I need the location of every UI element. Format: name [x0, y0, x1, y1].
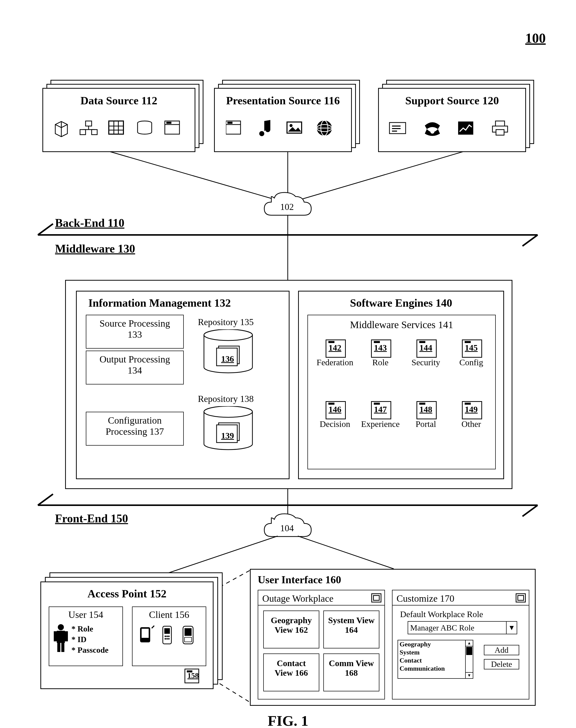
svg-point-44	[430, 130, 434, 134]
service-143-label: Role	[358, 358, 403, 367]
service-147-label: Experience	[358, 419, 403, 429]
list-item-geo[interactable]: Geography	[398, 640, 465, 648]
section-middleware-label: Middleware 130	[55, 242, 135, 255]
user-attr-role: * Role	[71, 624, 93, 633]
contact-view-l1: Contact	[264, 658, 319, 668]
system-view-l1: System View	[324, 616, 379, 625]
svg-rect-75	[184, 628, 192, 636]
middleware-services-title: Middleware Services 141	[308, 319, 495, 331]
svg-rect-15	[86, 121, 92, 126]
svg-rect-64	[142, 629, 149, 638]
list-item-comm[interactable]: Communication	[398, 665, 465, 673]
service-146-label: Decision	[312, 419, 358, 429]
user-attr-pass: * Passcode	[71, 645, 109, 655]
svg-point-71	[165, 638, 166, 640]
service-145-label: Config	[449, 358, 494, 367]
svg-line-0	[101, 149, 272, 199]
scroll-thumb[interactable]	[466, 647, 472, 655]
svg-rect-61	[57, 643, 60, 652]
contact-view[interactable]: Contact View 166	[263, 653, 319, 691]
config-processing-box: Configuration Processing 137	[86, 412, 184, 446]
access-point-title: Access Point 152	[41, 587, 213, 600]
svg-rect-21	[109, 122, 123, 134]
svg-line-14	[220, 683, 250, 702]
repo-135-inner: 136	[221, 354, 234, 364]
svg-point-50	[204, 329, 252, 341]
service-148-label: Portal	[403, 419, 449, 429]
svg-rect-29	[166, 122, 171, 124]
figure-caption: FIG. 1	[0, 712, 576, 728]
outage-workplace-title: Outage Workplace	[262, 593, 334, 604]
geography-view-l1: Geography	[264, 616, 319, 625]
svg-line-5	[38, 224, 53, 235]
role-dropdown[interactable]: Manager ABC Role ▼	[408, 621, 517, 634]
source-processing-l1: Source Processing	[86, 318, 183, 329]
maximize-icon[interactable]	[371, 593, 381, 602]
system-view[interactable]: System View 164	[323, 611, 379, 648]
support-source-icons	[388, 119, 524, 142]
component-listbox[interactable]: Geography System Contact Communication	[398, 640, 466, 679]
output-processing-l1: Output Processing	[86, 354, 183, 365]
comm-view[interactable]: Comm View 168	[323, 653, 379, 691]
presentation-source-icons	[226, 119, 352, 142]
svg-point-54	[204, 406, 252, 417]
scroll-down-icon[interactable]: ▼	[466, 672, 473, 678]
user-attr-id: * ID	[71, 635, 87, 644]
svg-line-12	[298, 536, 394, 569]
config-processing-l1: Configuration	[86, 415, 183, 426]
svg-rect-59	[54, 631, 57, 641]
svg-point-73	[168, 638, 170, 640]
section-backend-label: Back-End 110	[55, 216, 124, 230]
repo-138-label: Repository 138	[198, 394, 254, 404]
comm-view-l1: Comm View	[324, 658, 379, 668]
list-item-system[interactable]: System	[398, 648, 465, 656]
service-149-label: Other	[449, 419, 494, 429]
info-mgmt-panel: Information Management 132 Source Proces…	[76, 291, 289, 479]
delete-button[interactable]: Delete	[484, 659, 519, 669]
user-title: User 154	[49, 609, 122, 620]
support-source-title: Support Source 120	[379, 94, 525, 107]
role-dropdown-value: Manager ABC Role	[408, 623, 506, 633]
geography-view[interactable]: Geography View 162	[263, 611, 319, 648]
scroll-up-icon[interactable]: ▲	[466, 640, 473, 646]
svg-line-9	[38, 494, 53, 505]
customize-title: Customize 170	[397, 593, 454, 604]
client-title: Client 156	[133, 609, 206, 620]
user-box: User 154 * Role * ID * Passcode	[49, 606, 123, 666]
svg-rect-32	[227, 122, 232, 124]
chevron-down-icon: ▼	[506, 622, 517, 634]
contact-view-l2: View 166	[264, 668, 319, 678]
svg-point-68	[165, 636, 166, 637]
add-button[interactable]: Add	[484, 645, 519, 655]
service-147-num: 147	[371, 401, 390, 418]
svg-point-35	[289, 124, 292, 127]
svg-line-13	[220, 570, 250, 587]
listbox-scrollbar[interactable]: ▲ ▼	[465, 640, 473, 679]
access-point-card: Access Point 152 User 154 * Role * ID * …	[40, 582, 213, 689]
person-icon	[53, 624, 68, 654]
default-role-label: Default Workplace Role	[400, 610, 483, 619]
svg-point-72	[166, 638, 168, 640]
svg-rect-62	[61, 643, 64, 652]
comm-view-l2: 168	[324, 668, 379, 678]
service-146-num: 146	[326, 401, 344, 418]
source-processing-box: Source Processing 133	[86, 315, 184, 349]
svg-line-10	[522, 505, 538, 516]
svg-point-69	[166, 636, 168, 637]
service-144-num: 144	[416, 340, 435, 356]
svg-line-6	[522, 235, 538, 246]
svg-rect-48	[496, 130, 504, 135]
svg-point-70	[168, 636, 170, 637]
repo-138-inner: 139	[221, 431, 234, 440]
section-frontend-label: Front-End 150	[55, 512, 128, 525]
service-142-label: Federation	[312, 358, 358, 367]
software-engines-panel: Software Engines 140 Middleware Services…	[298, 291, 504, 479]
presentation-source-title: Presentation Source 116	[215, 94, 351, 107]
svg-rect-19	[92, 130, 97, 135]
cloud-102-label: 102	[280, 201, 294, 212]
output-processing-l2: 134	[86, 365, 183, 376]
svg-line-65	[152, 626, 154, 628]
list-item-contact[interactable]: Contact	[398, 656, 465, 665]
cloud-104-label: 104	[280, 523, 294, 534]
customize-maximize-icon[interactable]	[516, 593, 526, 602]
